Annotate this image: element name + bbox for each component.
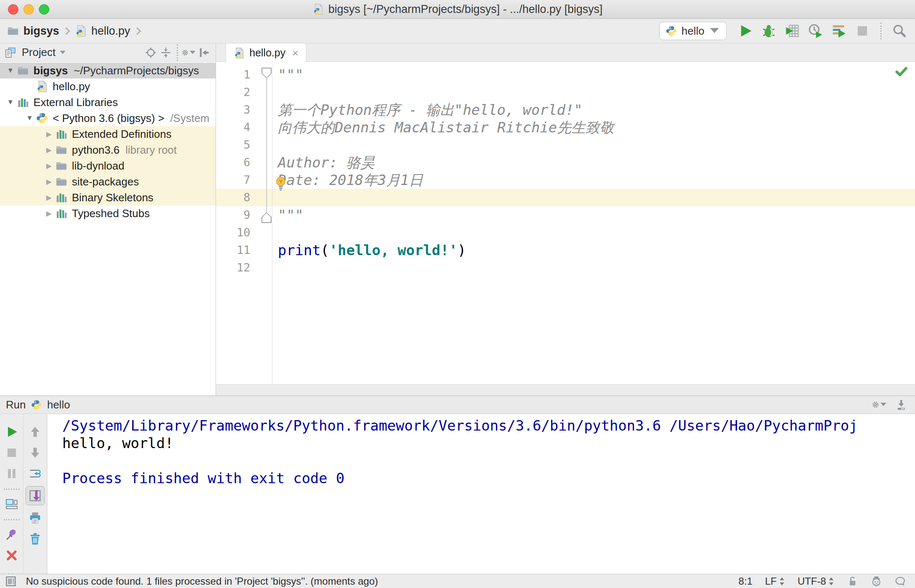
search-everywhere-icon	[892, 23, 907, 38]
pin-tab-icon	[5, 528, 18, 541]
run-panel-header[interactable]: Run hello	[0, 395, 915, 414]
close-tab-icon[interactable]: ×	[292, 48, 298, 58]
print-button[interactable]	[27, 509, 43, 526]
hide-panel-button[interactable]	[196, 45, 211, 60]
line-number: 7	[216, 171, 272, 189]
tree-item-site-packages[interactable]: ▶site-packages	[0, 174, 216, 190]
code-text: Date: 2018年3月1日	[272, 171, 423, 189]
inspection-ok-icon[interactable]	[894, 64, 908, 79]
updown-arrows-icon	[779, 577, 785, 586]
code-line-2[interactable]: 2	[216, 84, 915, 101]
settings-icon	[872, 398, 879, 411]
code-line-1[interactable]: 1"""	[216, 66, 915, 84]
scroll-down-button[interactable]	[893, 397, 909, 413]
concurrency-diagram-button[interactable]	[830, 22, 848, 40]
traffic-lights	[8, 0, 49, 18]
python-file-icon	[234, 47, 245, 59]
tree-item-binary-skeletons[interactable]: ▶Binary Skeletons	[0, 190, 216, 205]
breadcrumb-item-hello-py[interactable]: hello.py	[75, 25, 130, 38]
code-line-11[interactable]: 11print('hello, world!')	[216, 241, 915, 259]
editor-scrollbar-strip[interactable]	[216, 384, 915, 395]
profile-button[interactable]	[807, 22, 824, 40]
expand-arrow-icon[interactable]: ▶	[43, 162, 55, 170]
tree-item-extended-definitions[interactable]: ▶Extended Definitions	[0, 126, 216, 142]
clear-all-button[interactable]	[27, 530, 43, 547]
code-line-5[interactable]: 5	[216, 136, 915, 154]
search-everywhere-button[interactable]	[891, 22, 908, 40]
code-line-8[interactable]: 8	[216, 189, 915, 206]
code-text: Author: 骆昊	[272, 154, 375, 171]
rerun-icon	[5, 425, 18, 438]
code-line-10[interactable]: 10	[216, 224, 915, 241]
close-window-button[interactable]	[8, 4, 18, 15]
minimize-window-button[interactable]	[23, 4, 34, 15]
pause-output-icon	[5, 467, 18, 480]
expand-arrow-icon[interactable]: ▶	[43, 177, 55, 186]
python-file-icon	[75, 25, 87, 37]
unlock-icon[interactable]	[847, 575, 858, 587]
project-tool-window: Project ▼bigsys~/PycharmProjects/bigsysh…	[0, 43, 216, 395]
zoom-window-button[interactable]	[39, 4, 49, 15]
scroll-to-end-button[interactable]	[25, 486, 45, 505]
feedback-bubble-icon[interactable]	[895, 575, 906, 587]
code-line-9[interactable]: 9"""	[216, 206, 915, 224]
debug-button[interactable]	[760, 22, 778, 40]
collapse-arrow-icon[interactable]: ▼	[4, 98, 17, 106]
up-stack-trace-button[interactable]	[27, 423, 43, 440]
run-console[interactable]: /System/Library/Frameworks/Python.framew…	[48, 414, 915, 574]
breadcrumb-item-bigsys[interactable]: bigsys	[7, 25, 59, 38]
expand-arrow-icon[interactable]: ▶	[43, 209, 55, 218]
locate-button[interactable]	[143, 45, 158, 60]
caret-position-widget[interactable]: 8:1	[739, 575, 752, 587]
pin-tab-button[interactable]	[3, 526, 20, 543]
close-button[interactable]	[3, 547, 20, 564]
pause-output-button[interactable]	[3, 465, 20, 482]
tree-item-typeshed-stubs[interactable]: ▶Typeshed Stubs	[0, 205, 216, 221]
run-with-coverage-button[interactable]	[783, 22, 801, 40]
encoding-widget[interactable]: UTF-8	[798, 575, 834, 587]
stop-button[interactable]	[3, 444, 20, 461]
tool-window-switcher-icon[interactable]	[5, 575, 17, 587]
tree-item-python3-6[interactable]: ▶python3.6library root	[0, 142, 216, 158]
code-editor[interactable]: 1"""23第一个Python程序 - 输出"hello, world!"4向伟…	[216, 62, 915, 384]
project-panel-title[interactable]: Project	[22, 46, 56, 59]
collapse-arrow-icon[interactable]: ▼	[4, 66, 17, 75]
code-line-6[interactable]: 6Author: 骆昊	[216, 154, 915, 171]
expand-arrow-icon[interactable]: ▶	[43, 130, 55, 139]
intention-bulb-icon[interactable]	[274, 176, 287, 191]
soft-wrap-button[interactable]	[27, 465, 43, 482]
settings-button[interactable]	[181, 45, 196, 60]
tree-item-lib-dynload[interactable]: ▶lib-dynload	[0, 158, 216, 174]
settings-icon	[181, 47, 189, 58]
stop-button[interactable]	[854, 22, 871, 40]
restore-layout-button[interactable]	[3, 496, 20, 512]
settings-button[interactable]	[872, 397, 887, 413]
title-bar[interactable]: bigsys [~/PycharmProjects/bigsys] - .../…	[0, 0, 915, 19]
toolbar-right: hello	[659, 22, 908, 40]
rerun-button[interactable]	[3, 423, 20, 440]
tree-item-external-libraries[interactable]: ▼External Libraries	[0, 94, 216, 110]
code-line-12[interactable]: 12	[216, 259, 915, 276]
collapse-all-button[interactable]	[158, 45, 173, 60]
run-toolbar-secondary	[23, 414, 47, 574]
run-configuration-select[interactable]: hello	[659, 22, 727, 40]
code-line-3[interactable]: 3第一个Python程序 - 输出"hello, world!"	[216, 101, 915, 119]
code-text	[272, 189, 278, 206]
window-title: bigsys [~/PycharmProjects/bigsys] - .../…	[328, 3, 603, 16]
editor-tab-hello-py[interactable]: hello.py ×	[226, 43, 306, 62]
tree-item-bigsys[interactable]: ▼bigsys~/PycharmProjects/bigsys	[0, 63, 216, 79]
tree-item-python-3-6-bigsys[interactable]: ▼< Python 3.6 (bigsys) >/System	[0, 110, 216, 126]
run-button[interactable]	[737, 22, 754, 40]
line-separator-widget[interactable]: LF	[765, 575, 785, 587]
hector-inspector-icon[interactable]	[871, 575, 882, 587]
chevron-down-icon[interactable]	[59, 50, 66, 55]
tree-item-label: Binary Skeletons	[72, 191, 153, 204]
collapse-arrow-icon[interactable]: ▼	[23, 114, 36, 122]
code-token: (	[320, 242, 329, 259]
code-line-4[interactable]: 4向伟大的Dennis MacAlistair Ritchie先生致敬	[216, 119, 915, 136]
code-line-7[interactable]: 7Date: 2018年3月1日	[216, 171, 915, 189]
tree-item-hello-py[interactable]: hello.py	[0, 79, 216, 94]
expand-arrow-icon[interactable]: ▶	[43, 193, 55, 202]
down-stack-trace-button[interactable]	[27, 444, 43, 461]
expand-arrow-icon[interactable]: ▶	[43, 146, 55, 155]
